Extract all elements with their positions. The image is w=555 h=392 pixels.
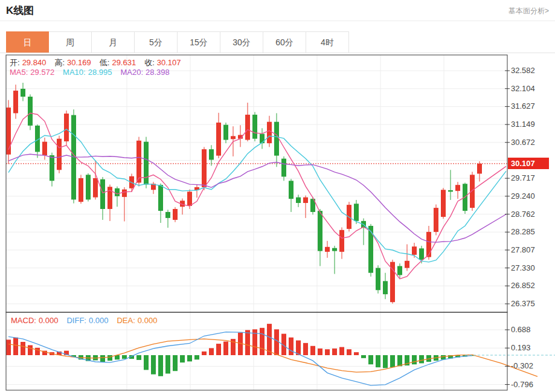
y-axis-tick-label: 28.762 (511, 210, 535, 219)
candle-body (231, 136, 236, 139)
y-axis-tick-label: 0.193 (511, 343, 531, 352)
candle-body (122, 190, 127, 197)
candle-body (144, 142, 149, 185)
candle-body (187, 191, 192, 206)
candle-body (274, 122, 279, 156)
legend-label: MA10: (63, 68, 86, 77)
candle-body (448, 190, 453, 191)
legend-label: 开: (10, 58, 20, 67)
y-axis-tick-label: 32.582 (511, 66, 535, 75)
candle-body (281, 159, 286, 177)
macd-bar (122, 355, 127, 359)
macd-bar (100, 355, 105, 362)
macd-bar (107, 355, 112, 361)
macd-bar (332, 349, 337, 355)
macd-bar (35, 348, 40, 355)
candle-body (332, 248, 337, 251)
candle-body (136, 141, 141, 183)
legend-value: 29.840 (22, 58, 47, 67)
macd-bar (209, 348, 214, 355)
legend-label: MACD: (11, 316, 36, 325)
macd-bar (318, 349, 322, 355)
candle-body (245, 115, 250, 140)
macd-bar (289, 338, 294, 355)
candle-body (354, 204, 359, 221)
candle-body (325, 247, 330, 252)
macd-bar (361, 355, 366, 358)
y-axis-tick-label: 31.627 (511, 101, 535, 111)
y-axis-tick-label: 26.375 (511, 299, 535, 308)
candle-body (28, 97, 33, 126)
candle-body (383, 281, 388, 294)
legend-label: MA5: (10, 68, 28, 77)
macd-bar (274, 329, 279, 355)
macd-bar (245, 330, 250, 355)
y-axis-tick-label: -0.796 (511, 380, 533, 389)
candle-body (397, 266, 402, 275)
candle-body (296, 198, 301, 203)
macd-bar (136, 355, 141, 360)
y-axis-tick-label: 29.240 (511, 191, 535, 201)
macd-bar (216, 344, 221, 355)
candle-body (64, 114, 69, 141)
candle-body (289, 181, 294, 199)
y-axis-tick-label: 29.717 (511, 173, 535, 182)
candle-body (202, 149, 207, 187)
legend-value: 30.169 (67, 58, 91, 67)
macd-bar (260, 328, 265, 355)
candle-body (173, 209, 178, 220)
candle-body (339, 230, 344, 252)
legend-label: DIFF: (66, 316, 86, 325)
macd-bar (354, 352, 359, 355)
macd-bar (368, 355, 373, 364)
candle-body (6, 108, 11, 155)
candle-body (267, 122, 272, 143)
macd-bar (412, 355, 417, 364)
macd-bar (397, 355, 402, 366)
legend-value: 29.572 (30, 68, 54, 77)
legend-label: 低: (100, 58, 110, 67)
candle-body (477, 164, 482, 174)
macd-bar (310, 346, 315, 355)
candle-body (405, 261, 409, 268)
candle-body (93, 178, 98, 198)
macd-bar (383, 355, 388, 368)
y-axis-tick-label: 32.104 (511, 84, 535, 93)
candle-body (21, 89, 25, 97)
candle-body (100, 179, 105, 209)
y-axis-tick-label: 0.688 (511, 325, 531, 334)
y-axis-tick-label: 30.672 (511, 138, 535, 147)
macd-bar (347, 349, 351, 355)
macd-bar (376, 355, 380, 367)
macd-bar (151, 355, 156, 374)
legend-value: 29.631 (112, 58, 136, 67)
legend-label: 高: (54, 58, 65, 67)
candle-body (441, 190, 446, 217)
y-axis-tick-label: 26.852 (511, 281, 535, 290)
macd-bar (390, 355, 395, 367)
legend-value: 28.398 (146, 68, 170, 77)
ohlc-legend: 开:29.840高:30.169低:29.631收:30.107 (10, 57, 190, 68)
candle-body (368, 226, 373, 273)
kline-page: K线图 基本面分析> 日周月5分15分30分60分4时 32.58232.104… (0, 0, 555, 392)
macd-bar (173, 355, 178, 371)
macd-bar (158, 355, 163, 376)
candle-body (318, 211, 322, 251)
y-axis-tick-label: 28.285 (511, 227, 535, 236)
macd-bar (194, 355, 199, 359)
macd-legend: MACD:0.000DIFF:0.000DEA:0.000 (11, 316, 165, 325)
legend-label: 收: (144, 58, 155, 67)
macd-bar (165, 355, 170, 374)
candle-body (434, 208, 438, 232)
macd-bar (339, 347, 344, 355)
dea-line (8, 339, 537, 376)
candle-body (455, 185, 460, 191)
candle-body (419, 248, 424, 260)
candle-body (158, 185, 163, 211)
macd-bar (28, 345, 33, 355)
macd-bar (202, 352, 207, 355)
current-price-tag: 30.107 (508, 158, 549, 169)
candle-body (303, 198, 308, 203)
candle-body (376, 268, 380, 291)
legend-value: 0.000 (39, 316, 59, 325)
